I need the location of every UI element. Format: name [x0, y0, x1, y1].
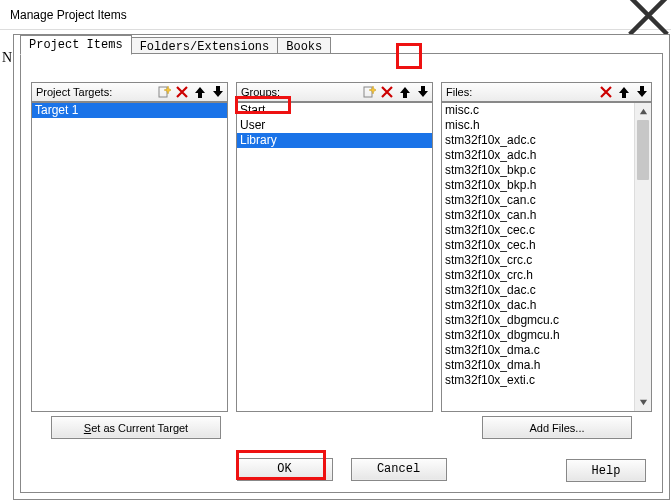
list-item[interactable]: stm32f10x_dac.c	[442, 283, 634, 298]
groups-list[interactable]: Start User Library	[236, 102, 433, 412]
list-item[interactable]: stm32f10x_cec.c	[442, 223, 634, 238]
targets-new-button[interactable]	[155, 83, 173, 101]
files-header: Files:	[441, 82, 652, 102]
list-item[interactable]: stm32f10x_bkp.c	[442, 163, 634, 178]
targets-label: Project Targets:	[32, 86, 112, 98]
list-item[interactable]: stm32f10x_can.h	[442, 208, 634, 223]
columns-row: Project Targets:	[31, 82, 652, 412]
files-list[interactable]: misc.cmisc.hstm32f10x_adc.cstm32f10x_adc…	[441, 102, 652, 412]
groups-move-down-button[interactable]	[414, 83, 432, 101]
dialog-body: Project Items Folders/Extensions Books P…	[13, 34, 670, 500]
files-scrollbar[interactable]	[634, 103, 651, 411]
set-as-current-target-button[interactable]: Set as Current Target	[51, 416, 221, 439]
column-footer-row: Set as Current Target Add Files...	[31, 416, 652, 440]
list-item[interactable]: misc.h	[442, 118, 634, 133]
targets-delete-button[interactable]	[173, 83, 191, 101]
tabstrip: Project Items Folders/Extensions Books	[20, 34, 330, 55]
list-item[interactable]: stm32f10x_cec.h	[442, 238, 634, 253]
tab-panel: Project Targets:	[20, 53, 663, 493]
targets-header: Project Targets:	[31, 82, 228, 102]
scroll-up-button[interactable]	[635, 103, 651, 120]
groups-move-up-button[interactable]	[396, 83, 414, 101]
list-item[interactable]: misc.c	[442, 103, 634, 118]
list-item[interactable]: stm32f10x_bkp.h	[442, 178, 634, 193]
cancel-button[interactable]: Cancel	[351, 458, 447, 481]
groups-header: Groups:	[236, 82, 433, 102]
list-item[interactable]: stm32f10x_adc.c	[442, 133, 634, 148]
titlebar: Manage Project Items	[0, 0, 671, 30]
scroll-thumb[interactable]	[637, 120, 649, 180]
help-button[interactable]: Help	[566, 459, 646, 482]
list-item[interactable]: Library	[237, 133, 432, 148]
window-title: Manage Project Items	[0, 8, 127, 22]
list-item[interactable]: stm32f10x_crc.h	[442, 268, 634, 283]
background-letter: N	[2, 50, 12, 66]
scroll-track[interactable]	[635, 120, 651, 394]
list-item[interactable]: stm32f10x_dbgmcu.h	[442, 328, 634, 343]
add-files-button[interactable]: Add Files...	[482, 416, 632, 439]
files-move-down-button[interactable]	[633, 83, 651, 101]
list-item[interactable]: Start	[237, 103, 432, 118]
scroll-down-button[interactable]	[635, 394, 651, 411]
list-item[interactable]: stm32f10x_dac.h	[442, 298, 634, 313]
list-item[interactable]: stm32f10x_can.c	[442, 193, 634, 208]
files-label: Files:	[442, 86, 472, 98]
ok-button[interactable]: OK	[237, 458, 333, 481]
list-item[interactable]: User	[237, 118, 432, 133]
list-item[interactable]: stm32f10x_dbgmcu.c	[442, 313, 634, 328]
list-item[interactable]: Target 1	[32, 103, 227, 118]
list-item[interactable]: stm32f10x_crc.c	[442, 253, 634, 268]
groups-label: Groups:	[237, 86, 280, 98]
files-delete-button[interactable]	[597, 83, 615, 101]
files-move-up-button[interactable]	[615, 83, 633, 101]
targets-list[interactable]: Target 1	[31, 102, 228, 412]
list-item[interactable]: stm32f10x_dma.h	[442, 358, 634, 373]
targets-move-up-button[interactable]	[191, 83, 209, 101]
tab-project-items[interactable]: Project Items	[20, 35, 132, 55]
targets-move-down-button[interactable]	[209, 83, 227, 101]
svg-rect-0	[159, 87, 167, 97]
list-item[interactable]: stm32f10x_adc.h	[442, 148, 634, 163]
targets-column: Project Targets:	[31, 82, 228, 412]
close-button[interactable]	[626, 0, 671, 30]
groups-new-button[interactable]	[360, 83, 378, 101]
list-item[interactable]: stm32f10x_exti.c	[442, 373, 634, 388]
svg-rect-2	[364, 87, 372, 97]
groups-delete-button[interactable]	[378, 83, 396, 101]
list-item[interactable]: stm32f10x_dma.c	[442, 343, 634, 358]
files-column: Files:	[441, 82, 652, 412]
groups-column: Groups:	[236, 82, 433, 412]
